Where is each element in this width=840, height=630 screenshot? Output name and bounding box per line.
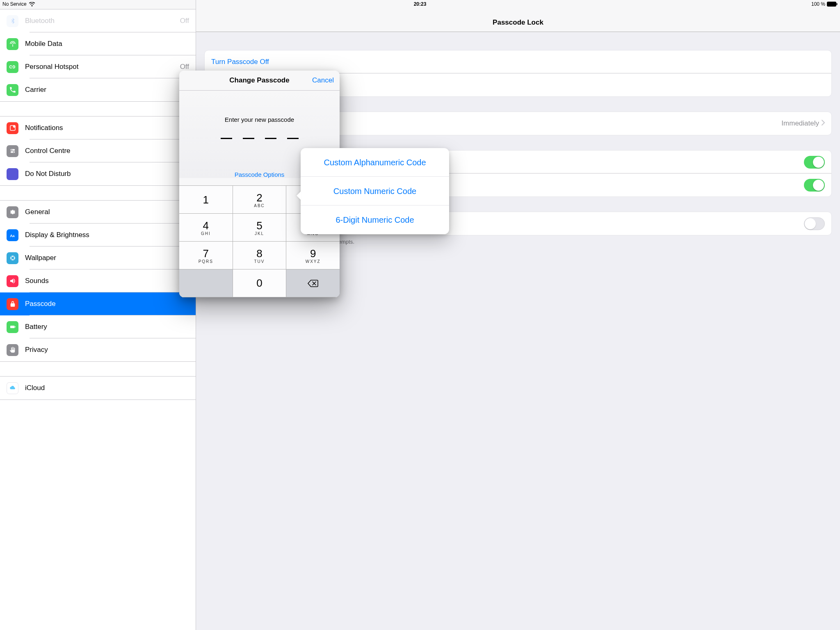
passcode-options-popover: Custom Alphanumeric Code Custom Numeric … [301,148,449,234]
wifi-icon [29,2,35,7]
status-bar: No Service 20:23 100 % [0,0,521,8]
sidebar-item-do-not-disturb[interactable]: Do Not Disturb [0,162,196,185]
sidebar-item-passcode[interactable]: Passcode [0,292,196,315]
sidebar-item-carrier[interactable]: Carrier [0,78,196,101]
svg-rect-4 [10,149,15,151]
sidebar-item-label: Personal Hotspot [25,63,180,71]
sidebar-item-notifications[interactable]: Notifications [0,116,196,139]
sidebar-item-battery[interactable]: Battery [0,315,196,338]
svg-rect-16 [15,326,16,328]
notifications-icon [7,122,18,134]
wallpaper-icon [7,252,18,264]
sidebar-item-mobile-data[interactable]: Mobile Data [0,32,196,55]
cancel-button[interactable]: Cancel [312,76,334,84]
sidebar-item-label: Bluetooth [25,17,180,25]
settings-sidebar: Settings Bluetooth Off Mobile Data Perso… [0,0,196,390]
key-blank [179,269,233,297]
sidebar-item-label: Control Centre [25,147,196,155]
key-backspace[interactable] [286,269,340,297]
sidebar-item-bluetooth[interactable]: Bluetooth Off [0,9,196,32]
sidebar-item-label: Wallpaper [25,254,196,262]
sidebar-item-label: Mobile Data [25,40,196,48]
sidebar-item-privacy[interactable]: Privacy [0,338,196,361]
option-alphanumeric[interactable]: Custom Alphanumeric Code [301,148,449,177]
cloud-icon [7,382,18,391]
key-7[interactable]: 7PQRS [179,242,233,269]
speaker-icon [7,275,18,287]
passcode-prompt: Enter your new passcode [179,116,340,123]
lock-icon [7,298,18,310]
modal-title: Change Passcode [229,76,289,84]
text-size-icon: AA [7,229,18,241]
battery-icon [7,321,18,333]
turn-passcode-off-label: Turn Passcode Off [211,58,269,66]
sidebar-item-label: Privacy [25,346,196,354]
key-4[interactable]: 4GHI [179,214,233,242]
phone-icon [7,84,18,96]
backspace-icon [307,279,319,288]
option-custom-numeric[interactable]: Custom Numeric Code [301,177,449,205]
antenna-icon [7,38,18,50]
sidebar-item-label: Sounds [25,277,196,285]
svg-point-14 [10,258,11,259]
sidebar-item-display-brightness[interactable]: AA Display & Brightness [0,224,196,247]
key-8[interactable]: 8TUV [233,242,287,269]
key-5[interactable]: 5JKL [233,214,287,242]
svg-text:A: A [10,233,13,238]
option-6-digit[interactable]: 6-Digit Numeric Code [301,205,449,234]
svg-point-13 [12,259,13,260]
svg-point-11 [12,256,13,257]
cellular-status: No Service [2,1,27,7]
clock: 20:23 [281,1,521,7]
sidebar-item-label: Battery [25,323,196,331]
sidebar-item-personal-hotspot[interactable]: Personal Hotspot Off [0,55,196,78]
sidebar-item-icloud[interactable]: iCloud [0,377,196,390]
key-9[interactable]: 9WXYZ [286,242,340,269]
key-0[interactable]: 0 [233,269,287,297]
svg-point-3 [13,125,15,128]
sidebar-item-value: Off [180,17,189,25]
passcode-dots [179,138,340,139]
svg-text:A: A [13,235,15,237]
svg-point-7 [13,151,14,152]
bluetooth-icon [7,15,18,27]
control-centre-icon [7,145,18,157]
sidebar-item-label: General [25,208,196,216]
sidebar-item-sounds[interactable]: Sounds [0,269,196,292]
svg-point-12 [14,258,15,259]
moon-icon [7,168,18,180]
svg-rect-5 [10,151,15,153]
sidebar-item-wallpaper[interactable]: Wallpaper [0,247,196,269]
sidebar-item-label: Passcode [25,300,196,308]
sidebar-item-control-centre[interactable]: Control Centre [0,139,196,162]
sidebar-item-label: Carrier [25,86,196,94]
svg-point-6 [11,149,12,150]
sidebar-item-value: Off [180,63,189,71]
gear-icon [7,206,18,218]
link-icon [7,61,18,73]
sidebar-item-label: Do Not Disturb [25,170,196,178]
sidebar-item-label: Notifications [25,124,196,132]
sidebar-item-label: Display & Brightness [25,231,196,239]
key-2[interactable]: 2ABC [233,186,287,214]
svg-rect-15 [10,326,15,328]
key-1[interactable]: 1 [179,186,233,214]
hand-icon [7,344,18,356]
turn-passcode-off-row[interactable]: Turn Passcode Off [205,50,521,73]
sidebar-item-label: iCloud [25,384,196,390]
sidebar-item-general[interactable]: General [0,201,196,224]
